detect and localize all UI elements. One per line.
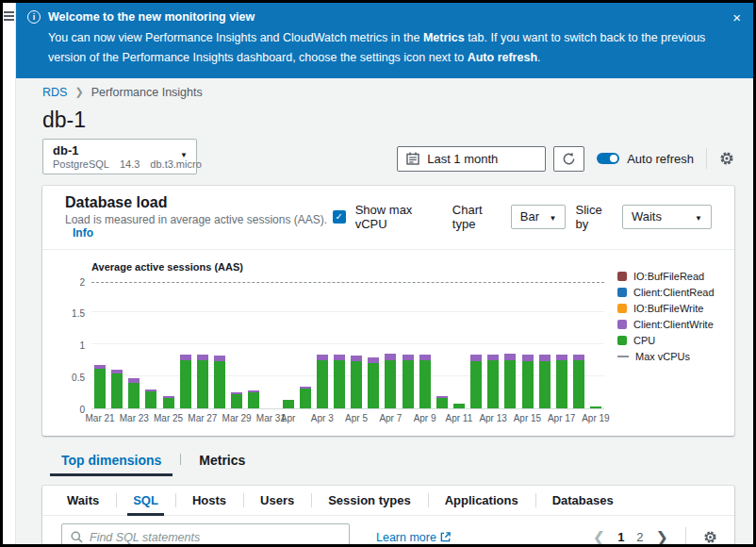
info-link[interactable]: Info xyxy=(73,226,93,240)
instance-version: 14.3 xyxy=(120,158,140,170)
slice-by-label: Slice by xyxy=(575,203,612,231)
bar-segment-client-write xyxy=(368,357,379,364)
hamburger-menu-icon[interactable] xyxy=(4,11,14,21)
pagination-next-icon[interactable]: ❯ xyxy=(656,528,668,546)
chart-bar[interactable] xyxy=(382,282,399,408)
bar-segment-cpu xyxy=(573,360,584,408)
legend-item: IO:BufFileRead xyxy=(617,271,748,282)
chart-bar[interactable] xyxy=(91,282,108,408)
chart-bar[interactable] xyxy=(194,282,211,408)
chart-bar[interactable] xyxy=(348,282,365,408)
auto-refresh-control: Auto refresh xyxy=(597,152,694,166)
pagination-prev-icon[interactable]: ❮ xyxy=(593,528,605,546)
chart-bar[interactable] xyxy=(125,282,142,408)
breadcrumb-current: Performance Insights xyxy=(91,86,203,99)
time-range-value: Last 1 month xyxy=(427,152,498,166)
y-tick-label: 1 xyxy=(79,340,85,351)
chart-bar[interactable] xyxy=(314,282,331,408)
subtab-applications[interactable]: Applications xyxy=(428,486,535,515)
bar-segment-client-write xyxy=(470,355,482,361)
chart-bar[interactable] xyxy=(245,282,262,408)
page-content: RDS ❯ Performance Insights db-1 db-1 Pos… xyxy=(16,78,753,545)
calendar-icon xyxy=(406,152,419,165)
chart-bar[interactable] xyxy=(468,282,485,408)
chart-bar[interactable] xyxy=(536,282,553,408)
chart-bar[interactable] xyxy=(160,282,177,408)
auto-refresh-toggle[interactable] xyxy=(597,153,619,164)
chart-bar[interactable] xyxy=(501,282,518,408)
info-banner: i Welcome to the new monitoring view You… xyxy=(16,3,753,78)
chart-bar[interactable] xyxy=(108,282,125,408)
legend-label: IO:BufFileRead xyxy=(633,271,704,282)
instance-class: db.t3.micro xyxy=(150,158,201,170)
bar-segment-cpu xyxy=(385,360,396,408)
chart-bar[interactable] xyxy=(417,282,434,408)
x-tick-label: Mar 29 xyxy=(222,413,252,423)
chart-bar[interactable] xyxy=(228,282,245,408)
max-vcpus-line xyxy=(91,282,604,283)
chart-bars xyxy=(91,282,604,408)
chart-bar[interactable] xyxy=(485,282,501,408)
bar-segment-cpu xyxy=(403,360,414,408)
x-tick-label: Mar 25 xyxy=(154,413,183,423)
close-icon[interactable]: × xyxy=(732,10,741,25)
legend-color-chip xyxy=(617,320,627,329)
breadcrumb-chevron-icon: ❯ xyxy=(74,86,83,98)
legend-item: Max vCPUs xyxy=(617,351,748,362)
legend-label: Client:ClientWrite xyxy=(633,319,714,330)
show-max-vcpu-label: Show max vCPU xyxy=(355,203,436,231)
chart-bar[interactable] xyxy=(519,282,536,408)
x-tick-label: Apr 15 xyxy=(514,413,541,423)
chart-bar[interactable] xyxy=(142,282,159,408)
time-range-picker[interactable]: Last 1 month xyxy=(397,146,546,172)
refresh-button[interactable] xyxy=(553,146,584,172)
sql-search-input[interactable] xyxy=(90,531,340,544)
bar-segment-cpu xyxy=(590,406,601,407)
tab-metrics[interactable]: Metrics xyxy=(180,447,264,476)
x-tick-label: Apr 19 xyxy=(582,413,609,423)
breadcrumb-rds-link[interactable]: RDS xyxy=(42,86,67,99)
learn-more-link[interactable]: Learn more xyxy=(376,531,451,544)
tab-top-dimensions[interactable]: Top dimensions xyxy=(42,447,180,476)
chart-bar[interactable] xyxy=(280,282,297,408)
subtab-session-types[interactable]: Session types xyxy=(311,486,427,515)
chart-bar[interactable] xyxy=(211,282,228,408)
pagination-page-1[interactable]: 1 xyxy=(617,530,624,544)
chart-bar[interactable] xyxy=(570,282,587,408)
legend-color-chip xyxy=(617,304,627,313)
bar-segment-cpu xyxy=(197,360,208,408)
chevron-down-icon: ▼ xyxy=(550,214,557,223)
subtab-waits[interactable]: Waits xyxy=(50,486,116,515)
show-max-vcpu-checkbox[interactable]: ✓ xyxy=(333,210,346,224)
instance-selector[interactable]: db-1 PostgreSQL 14.3 db.t3.micro ▼ xyxy=(42,139,197,174)
subtab-users[interactable]: Users xyxy=(243,486,311,515)
chart-bar[interactable] xyxy=(553,282,570,408)
banner-bold-auto-refresh: Auto refresh xyxy=(468,51,537,64)
chart-bar[interactable] xyxy=(587,282,604,408)
page-title: db-1 xyxy=(42,108,734,133)
external-link-icon xyxy=(440,532,451,542)
chevron-down-icon: ▼ xyxy=(695,214,702,223)
subtab-sql[interactable]: SQL xyxy=(116,486,175,515)
bar-segment-cpu xyxy=(128,383,140,408)
subtab-databases[interactable]: Databases xyxy=(535,486,631,515)
chart-bar[interactable] xyxy=(400,282,417,408)
banner-text: . xyxy=(537,51,540,64)
slice-by-select[interactable]: Waits ▼ xyxy=(622,205,712,229)
settings-button[interactable] xyxy=(719,151,734,166)
bar-segment-cpu xyxy=(351,361,362,408)
pagination-page-2[interactable]: 2 xyxy=(636,530,643,544)
chart-bar[interactable] xyxy=(365,282,382,408)
chart-bar[interactable] xyxy=(434,282,451,408)
panel-title: Database load xyxy=(65,194,333,211)
chart-type-select[interactable]: Bar ▼ xyxy=(511,205,567,229)
chart-bar[interactable] xyxy=(451,282,468,408)
table-settings-button[interactable] xyxy=(703,530,717,544)
bar-segment-cpu xyxy=(504,360,516,408)
subtab-hosts[interactable]: Hosts xyxy=(175,486,243,515)
chart-bar[interactable] xyxy=(297,282,314,408)
chart-bar[interactable] xyxy=(331,282,348,408)
chart-bar[interactable] xyxy=(177,282,194,408)
chart-bar[interactable] xyxy=(262,282,279,408)
bar-segment-cpu xyxy=(470,361,482,408)
